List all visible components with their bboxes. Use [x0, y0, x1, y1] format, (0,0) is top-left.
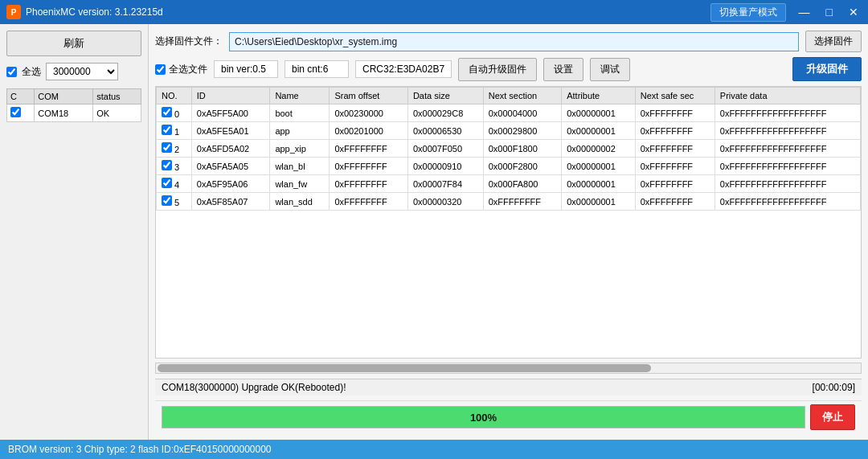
- row-checkbox[interactable]: [162, 195, 172, 206]
- row-name: wlan_fw: [270, 175, 330, 193]
- row-no: 1: [174, 127, 179, 137]
- refresh-button[interactable]: 刷新: [6, 31, 141, 56]
- row-attribute: 0x00000001: [562, 193, 636, 211]
- row-private-data: 0xFFFFFFFFFFFFFFFFFF: [714, 158, 860, 175]
- row-sram-offset: 0x00230000: [330, 105, 408, 122]
- firmware-row: 0 0xA5FF5A00 boot 0x00230000 0x000029C8 …: [157, 105, 861, 122]
- all-files-label: 全选文件: [169, 63, 207, 76]
- file-row: 选择固件文件： 选择固件: [155, 31, 862, 52]
- row-private-data: 0xFFFFFFFFFFFFFFFFFF: [714, 193, 860, 211]
- horizontal-scrollbar[interactable]: [155, 363, 862, 374]
- row-next-safe-sec: 0xFFFFFFFF: [635, 140, 714, 158]
- col-c: C: [7, 89, 35, 105]
- mode-switch-button[interactable]: 切换量产模式: [710, 3, 786, 22]
- left-panel: 刷新 全选 3000000 C COM status COM18 OK: [0, 24, 149, 440]
- row-checkbox[interactable]: [162, 125, 172, 135]
- row-data-size: 0x00007F84: [407, 175, 483, 193]
- row-private-data: 0xFFFFFFFFFFFFFFFFFF: [714, 140, 860, 158]
- row-sram-offset: 0xFFFFFFFF: [330, 140, 408, 158]
- row-id: 0xA5F95A06: [191, 175, 270, 193]
- firmware-table: NO.IDNameSram offsetData sizeNext sectio…: [156, 87, 861, 211]
- firmware-col-header: Data size: [407, 88, 483, 105]
- firmware-row: 3 0xA5FA5A05 wlan_bl 0xFFFFFFFF 0x000009…: [157, 158, 861, 175]
- title-left: P PhoenixMC version: 3.1.23215d: [6, 5, 163, 19]
- select-file-button[interactable]: 选择固件: [805, 31, 862, 52]
- firmware-row: 4 0xA5F95A06 wlan_fw 0xFFFFFFFF 0x00007F…: [157, 175, 861, 193]
- row-sram-offset: 0xFFFFFFFF: [330, 193, 408, 211]
- firmware-col-header: Private data: [714, 88, 860, 105]
- row-next-section: 0x000F2800: [483, 158, 562, 175]
- row-id: 0xA5FA5A05: [191, 158, 270, 175]
- check-all-files: 全选文件: [155, 63, 207, 76]
- row-id: 0xA5FE5A01: [191, 122, 270, 140]
- row-data-size: 0x00000910: [407, 158, 483, 175]
- select-all-label: 全选: [22, 65, 41, 79]
- select-all-row: 全选 3000000: [6, 63, 141, 80]
- row-private-data: 0xFFFFFFFFFFFFFFFFFF: [714, 105, 860, 122]
- row-attribute: 0x00000001: [562, 122, 636, 140]
- bottom-bar: BROM version: 3 Chip type: 2 flash ID:0x…: [0, 440, 868, 459]
- device-status: OK: [93, 105, 141, 122]
- progress-row: 100% 停止: [155, 400, 862, 433]
- row-id: 0xA5F85A07: [191, 193, 270, 211]
- firmware-col-header: Next safe sec: [635, 88, 714, 105]
- file-label: 选择固件文件：: [155, 35, 223, 48]
- bottom-text: BROM version: 3 Chip type: 2 flash ID:0x…: [8, 444, 272, 455]
- progress-bar-fill: 100%: [162, 407, 805, 428]
- row-next-safe-sec: 0xFFFFFFFF: [635, 105, 714, 122]
- firmware-col-header: Sram offset: [330, 88, 408, 105]
- row-checkbox[interactable]: [162, 178, 172, 188]
- auto-upgrade-button[interactable]: 自动升级固件: [458, 58, 537, 81]
- main-area: 刷新 全选 3000000 C COM status COM18 OK: [0, 24, 868, 440]
- maximize-button[interactable]: □: [823, 6, 836, 18]
- minimize-button[interactable]: —: [796, 6, 813, 18]
- stop-button[interactable]: 停止: [810, 404, 855, 430]
- app-title: PhoenixMC version: 3.1.23215d: [26, 6, 163, 18]
- status-time: [00:00:09]: [813, 382, 855, 393]
- row-checkbox-cell: 2: [157, 140, 192, 158]
- row-checkbox[interactable]: [162, 160, 172, 170]
- close-button[interactable]: ✕: [845, 6, 862, 18]
- firmware-col-header: Attribute: [562, 88, 636, 105]
- row-next-safe-sec: 0xFFFFFFFF: [635, 175, 714, 193]
- upgrade-button[interactable]: 升级固件: [792, 57, 862, 81]
- row-no: 0: [174, 109, 179, 119]
- row-checkbox-cell: 1: [157, 122, 192, 140]
- row-next-section: 0x00004000: [483, 105, 562, 122]
- bin-cnt-box: bin cnt:6: [285, 60, 349, 78]
- row-no: 4: [174, 180, 179, 190]
- right-panel: 选择固件文件： 选择固件 全选文件 bin ver:0.5 bin cnt:6 …: [149, 24, 868, 440]
- row-sram-offset: 0xFFFFFFFF: [330, 158, 408, 175]
- row-no: 3: [174, 162, 179, 172]
- device-row: COM18 OK: [7, 105, 141, 122]
- debug-button[interactable]: 调试: [590, 58, 630, 81]
- row-next-section: 0x000F1800: [483, 140, 562, 158]
- device-checkbox[interactable]: [10, 107, 21, 117]
- row-attribute: 0x00000002: [562, 140, 636, 158]
- row-checkbox-cell: 3: [157, 158, 192, 175]
- crc32-box: CRC32:E3DA02B7: [355, 60, 452, 78]
- row-no: 2: [174, 145, 179, 154]
- firmware-col-header: Name: [270, 88, 330, 105]
- device-table: C COM status COM18 OK: [6, 88, 141, 122]
- row-checkbox[interactable]: [162, 107, 172, 117]
- all-files-checkbox[interactable]: [155, 64, 166, 75]
- row-next-section: 0x000FA800: [483, 175, 562, 193]
- file-path-input[interactable]: [229, 32, 799, 51]
- device-com: COM18: [35, 105, 93, 122]
- row-next-safe-sec: 0xFFFFFFFF: [635, 158, 714, 175]
- row-name: wlan_sdd: [270, 193, 330, 211]
- select-all-checkbox[interactable]: [6, 67, 17, 77]
- row-checkbox-cell: 0: [157, 105, 192, 122]
- baud-rate-select[interactable]: 3000000: [46, 63, 118, 80]
- status-bar: COM18(3000000) Upgrade OK(Rebooted)! [00…: [155, 379, 862, 395]
- settings-button[interactable]: 设置: [543, 58, 583, 81]
- row-data-size: 0x00006530: [407, 122, 483, 140]
- row-private-data: 0xFFFFFFFFFFFFFFFFFF: [714, 122, 860, 140]
- bin-ver-box: bin ver:0.5: [214, 60, 278, 78]
- firmware-row: 1 0xA5FE5A01 app 0x00201000 0x00006530 0…: [157, 122, 861, 140]
- row-data-size: 0x0007F050: [407, 140, 483, 158]
- col-status: status: [93, 89, 141, 105]
- row-checkbox[interactable]: [162, 142, 172, 153]
- progress-label: 100%: [470, 412, 497, 424]
